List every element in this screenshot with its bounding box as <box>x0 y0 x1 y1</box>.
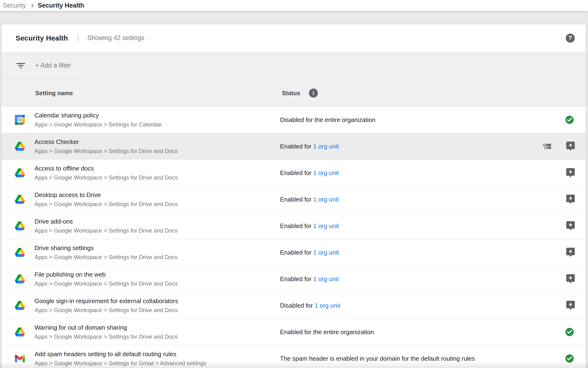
setting-title: Access Checker <box>35 138 178 146</box>
status-info-icon[interactable]: i <box>309 89 318 98</box>
setting-title: Add spam headers setting to all default … <box>35 350 206 358</box>
breadcrumb-parent-link[interactable]: Security <box>3 2 26 9</box>
security-health-card: Security Health | Showing 42 settings ? … <box>1 24 586 368</box>
breadcrumb: Security Security Health <box>0 0 588 11</box>
google-drive-icon <box>15 274 25 284</box>
table-row[interactable]: Drive add-ons Apps > Google Workspace > … <box>1 213 586 239</box>
setting-status: Enabled for 1 org unit <box>280 222 339 230</box>
table-row[interactable]: Desktop access to Drive Apps > Google Wo… <box>1 186 586 213</box>
add-filter-bar[interactable]: + Add a filter <box>1 52 586 79</box>
recommendation-badge-icon[interactable] <box>566 142 575 151</box>
org-unit-link[interactable]: 1 org unit <box>312 275 339 282</box>
setting-path: Apps > Google Workspace > Settings for D… <box>35 307 178 313</box>
table-row[interactable]: Add spam headers setting to all default … <box>1 345 586 368</box>
setting-status: Enabled for 1 org unit <box>280 196 339 203</box>
settings-count-label: Showing 42 settings <box>87 34 145 42</box>
setting-status: Disabled for 1 org unit <box>280 302 340 309</box>
status-text: Enabled for <box>280 169 312 176</box>
setting-title: Access to offline docs <box>35 165 178 172</box>
setting-title: Calendar sharing policy <box>35 112 162 119</box>
google-drive-icon <box>15 168 25 178</box>
setting-text: Access to offline docs Apps > Google Wor… <box>35 165 178 181</box>
setting-path: Apps > Google Workspace > Settings for C… <box>35 121 162 128</box>
setting-text: Access Checker Apps > Google Workspace >… <box>35 138 178 154</box>
status-text: Disabled for the entire organization <box>280 116 375 123</box>
setting-text: Add spam headers setting to all default … <box>35 350 206 367</box>
recommendation-badge-icon[interactable] <box>566 221 575 231</box>
setting-path: Apps > Google Workspace > Settings for D… <box>35 148 178 154</box>
column-header-setting-name: Setting name <box>35 90 73 96</box>
table-row[interactable]: Drive sharing settings Apps > Google Wor… <box>1 239 586 266</box>
setting-text: File publishing on the web Apps > Google… <box>35 271 178 287</box>
table-row[interactable]: Access Checker Apps > Google Workspace >… <box>1 133 586 160</box>
org-unit-link[interactable]: 1 org unit <box>312 143 339 150</box>
setting-path: Apps > Google Workspace > Settings for D… <box>35 280 178 287</box>
filter-list-icon <box>16 60 26 71</box>
status-text: The spam header is enabled in your domai… <box>280 355 475 362</box>
setting-status: Enabled for 1 org unit <box>280 275 339 283</box>
org-structure-icon <box>543 144 551 149</box>
org-unit-link[interactable]: 1 org unit <box>313 302 340 309</box>
status-text: Disabled for <box>280 302 313 309</box>
setting-title: Drive add-ons <box>35 218 178 225</box>
setting-text: Drive sharing settings Apps > Google Wor… <box>35 244 178 260</box>
chevron-right-icon <box>29 3 35 9</box>
table-row[interactable]: 31 Calendar sharing policy Apps > Google… <box>1 107 586 133</box>
card-header: Security Health | Showing 42 settings ? <box>1 24 586 52</box>
svg-text:31: 31 <box>18 118 22 122</box>
setting-text: Google sign-in requirement for external … <box>35 297 178 313</box>
setting-status: The spam header is enabled in your domai… <box>280 355 475 362</box>
recommendation-badge-icon[interactable] <box>566 168 575 178</box>
setting-path: Apps > Google Workspace > Settings for D… <box>35 333 178 340</box>
gmail-icon <box>15 355 25 363</box>
table-row[interactable]: Access to offline docs Apps > Google Wor… <box>1 160 586 186</box>
setting-path: Apps > Google Workspace > Settings for D… <box>35 254 178 260</box>
table-row[interactable]: File publishing on the web Apps > Google… <box>1 266 586 292</box>
settings-list: 31 Calendar sharing policy Apps > Google… <box>1 106 586 368</box>
recommendation-badge-icon[interactable] <box>566 248 575 257</box>
status-text: Enabled for <box>280 196 312 203</box>
google-drive-icon <box>15 141 25 151</box>
org-unit-link[interactable]: 1 org unit <box>312 169 339 176</box>
setting-status: Disabled for the entire organization <box>280 116 375 123</box>
setting-title: Warning for out of domain sharing <box>35 324 178 331</box>
setting-status: Enabled for the entire organization <box>280 328 374 336</box>
setting-title: Desktop access to Drive <box>35 191 178 199</box>
google-drive-icon <box>15 301 25 311</box>
setting-status: Enabled for 1 org unit <box>280 249 339 256</box>
org-unit-link[interactable]: 1 org unit <box>312 196 339 203</box>
setting-path: Apps > Google Workspace > Settings for G… <box>35 360 206 367</box>
status-text: Enabled for the entire organization <box>280 328 374 335</box>
setting-status: Enabled for 1 org unit <box>280 169 339 176</box>
help-icon[interactable]: ? <box>566 34 575 43</box>
recommendation-badge-icon[interactable] <box>566 274 575 284</box>
status-text: Enabled for <box>280 275 312 282</box>
setting-title: File publishing on the web <box>35 271 178 278</box>
setting-text: Drive add-ons Apps > Google Workspace > … <box>35 218 178 234</box>
add-filter-label: + Add a filter <box>35 62 71 69</box>
org-unit-link[interactable]: 1 org unit <box>312 222 339 229</box>
page-title: Security Health <box>16 34 68 42</box>
setting-title: Google sign-in requirement for external … <box>35 297 178 305</box>
breadcrumb-current: Security Health <box>38 2 84 9</box>
google-calendar-icon: 31 <box>15 115 25 125</box>
status-ok-icon <box>565 327 575 337</box>
recommendation-badge-icon[interactable] <box>566 195 575 204</box>
setting-path: Apps > Google Workspace > Settings for D… <box>35 227 178 234</box>
table-header: Setting name Status i <box>1 80 586 106</box>
setting-text: Desktop access to Drive Apps > Google Wo… <box>35 191 178 207</box>
google-drive-icon <box>15 194 25 204</box>
status-ok-icon <box>565 354 575 364</box>
org-unit-link[interactable]: 1 org unit <box>312 249 339 256</box>
google-drive-icon <box>15 221 25 231</box>
setting-status: Enabled for 1 org unit <box>280 143 339 150</box>
table-row[interactable]: Google sign-in requirement for external … <box>1 292 586 319</box>
status-text: Enabled for <box>280 143 312 150</box>
status-text: Enabled for <box>280 222 312 229</box>
column-header-status: Status <box>282 90 300 96</box>
recommendation-badge-icon[interactable] <box>566 301 575 310</box>
google-drive-icon <box>15 248 25 258</box>
page-background: Security Health | Showing 42 settings ? … <box>0 11 588 368</box>
table-row[interactable]: Warning for out of domain sharing Apps >… <box>1 319 586 345</box>
google-drive-icon <box>15 327 25 337</box>
